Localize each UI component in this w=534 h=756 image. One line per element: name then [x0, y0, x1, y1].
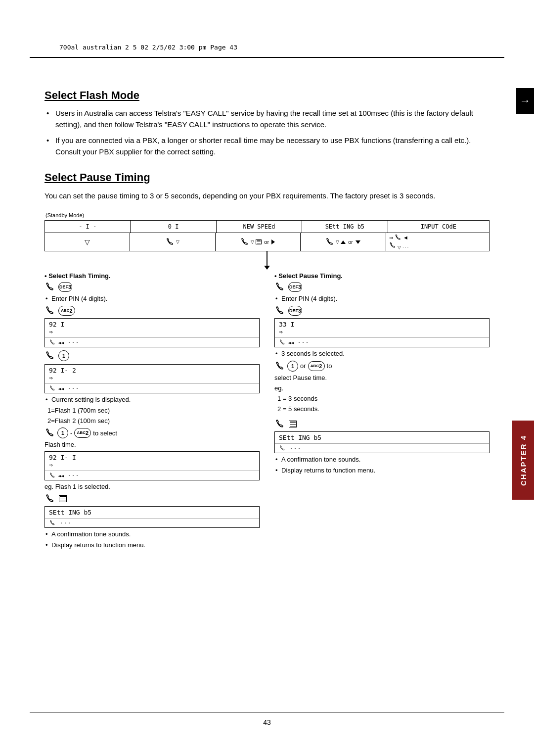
- bottom-divider: [30, 712, 504, 713]
- left-phone-def3: DEF3: [44, 282, 260, 292]
- phone-icon-4: [395, 234, 401, 241]
- abc2-button-left: ABC2: [58, 306, 75, 316]
- flow-row-bottom: ▽ ▽ ▽ or: [45, 233, 489, 251]
- left-display-returns: Display returns to function menu.: [44, 541, 260, 550]
- left-col: • Select Flash Timing. DEF3 Enter PIN (4…: [44, 269, 260, 551]
- display-box-left1: 92 I ⇒ ◄◄ ···: [44, 318, 260, 347]
- display-left3-main: 92 I- I ⇒: [45, 452, 259, 471]
- display-box-left3: 92 I- I ⇒ ◄◄ ···: [44, 451, 260, 480]
- def3-button-right: DEF3: [288, 282, 302, 292]
- abc2-button-right: ABC2: [308, 361, 325, 371]
- chapter-label: CHAPTER 4: [519, 435, 528, 486]
- dots-left-box3: ···: [68, 473, 80, 478]
- btn-1-left: 1: [58, 350, 69, 361]
- fb-2: ▽: [130, 233, 215, 251]
- tri-down-icon-4: ▽: [336, 239, 339, 244]
- phone-icon-1: [166, 237, 175, 246]
- diagram-area: (Standby Mode) - I - 0 I NEW SPEEd SEtt …: [44, 212, 490, 551]
- right-heading: • Select Pause Timing.: [274, 272, 490, 280]
- display-left1-footer: ◄◄ ···: [45, 337, 259, 347]
- def3-button-right2: DEF3: [288, 306, 302, 316]
- phone-icon-left-box1: [49, 339, 56, 346]
- display-left3-footer: ◄◄ ···: [45, 471, 259, 480]
- right-phone-def3: DEF3: [274, 282, 490, 292]
- section2-para: You can set the pause timing to 3 or 5 s…: [44, 190, 490, 201]
- phone-icon-right-box1: [279, 339, 286, 346]
- right-phone-def3-2: DEF3: [274, 305, 490, 316]
- phone-icon-3: [325, 237, 334, 246]
- phone-icon-left1: [44, 282, 55, 292]
- or-text-2: or: [348, 239, 353, 245]
- display-left1-main: 92 I ⇒: [45, 319, 259, 337]
- menu-icon-1: [256, 239, 262, 244]
- display-left2-main: 92 I- 2 ⇒: [45, 365, 259, 383]
- or-text-right: or: [300, 362, 306, 370]
- fc-4-top: SEtt ING b5: [302, 221, 388, 233]
- display-right2-footer: ···: [275, 443, 489, 453]
- left-phone-1: 1: [44, 350, 260, 361]
- display-box-left2: 92 I- 2 ⇒ ◄◄ ···: [44, 364, 260, 393]
- display-left4-main: SEtt ING b5: [45, 507, 259, 518]
- dots-left-box1: ···: [68, 340, 80, 345]
- dots-right-box2: ···: [290, 446, 302, 451]
- flow-diagram-top: - I - 0 I NEW SPEEd SEtt ING b5 INPUT CO…: [44, 220, 490, 251]
- fc-3-top: NEW SPEEd: [217, 221, 302, 233]
- dash-text: -: [70, 429, 72, 437]
- tri-up-icon-1: [341, 240, 346, 244]
- left-phone-menu: [44, 493, 260, 504]
- menu-icon-right: [289, 421, 297, 427]
- phone-icon-left5: [44, 493, 55, 504]
- display-left4-footer: ···: [45, 518, 259, 527]
- page-number: 43: [263, 718, 271, 726]
- fb-5: ⇒ ◄ ▽ ···: [386, 233, 489, 251]
- phone-icon-right-box2: [279, 445, 286, 452]
- right-2-5sec: 2 = 5 seconds.: [274, 405, 490, 414]
- page-container: 700al australian 2 5 02 2/5/02 3:00 pm P…: [0, 0, 534, 756]
- phone-icon-left-box4: [49, 520, 56, 526]
- tri-down-icon-3: ▽: [251, 239, 254, 244]
- right-select-row: 1 or ABC2 to: [274, 361, 490, 372]
- connector-line: [267, 251, 267, 269]
- tri-right-icon-1: [271, 239, 275, 244]
- arrow-right-label: ⇒: [389, 235, 393, 240]
- diagram-columns: • Select Flash Timing. DEF3 Enter PIN (4…: [44, 269, 490, 551]
- dots-right-box1: ···: [298, 340, 310, 345]
- phone-icon-right3: [274, 361, 285, 372]
- right-1-3sec: 1 = 3 seconds: [274, 394, 490, 403]
- display-right2-main: SEtt ING b5: [275, 432, 489, 443]
- to-text-right: to: [327, 362, 332, 370]
- dots-left-box2: ···: [68, 386, 80, 391]
- display-box-right1: 33 I ⇒ ◄◄ ···: [274, 318, 490, 347]
- tri-down-icon-1: ▽: [85, 238, 90, 246]
- header-bar: [30, 57, 504, 58]
- section1-bullet-1: Users in Australia can access Telstra's …: [44, 108, 490, 130]
- left-heading: • Select Flash Timing.: [44, 272, 260, 280]
- right-display-returns: Display returns to function menu.: [274, 466, 490, 475]
- chapter-tab: CHAPTER 4: [512, 421, 534, 500]
- down-connector: [44, 251, 490, 269]
- phone-icon-left-box2: [49, 385, 56, 392]
- fb-3: ▽ or: [216, 233, 301, 251]
- right-3sec-selected: 3 seconds is selected.: [274, 349, 490, 358]
- dots-left-box4: ···: [60, 520, 72, 526]
- select-pause-text: select Pause time.: [274, 374, 490, 382]
- eg-label-right: eg.: [274, 384, 490, 393]
- or-text-1: or: [264, 239, 269, 245]
- phone-icon-left2: [44, 305, 55, 316]
- header-text: 700al australian 2 5 02 2/5/02 3:00 pm P…: [59, 44, 237, 51]
- phone-icon-right4: [274, 419, 285, 429]
- section1-bullets: Users in Australia can access Telstra's …: [44, 108, 490, 157]
- section1-heading: Select Flash Mode: [44, 89, 490, 102]
- to-select-text: to select: [93, 429, 117, 437]
- fb-1: ▽: [45, 233, 130, 251]
- flow-row-top: - I - 0 I NEW SPEEd SEtt ING b5 INPUT CO…: [45, 221, 489, 233]
- left-phone-abc2: ABC2: [44, 305, 260, 316]
- vol-icon-left-box3: ◄◄: [58, 473, 64, 478]
- left-confirm-tone: A confirmation tone sounds.: [44, 530, 260, 539]
- tri-down-label: ▽: [398, 245, 401, 250]
- display-right1-footer: ◄◄ ···: [275, 337, 489, 347]
- display-box-right2: SEtt ING b5 ···: [274, 431, 490, 453]
- display-right1-main: 33 I ⇒: [275, 319, 489, 337]
- flash-time-label: Flash time.: [44, 440, 260, 449]
- right-col: • Select Pause Timing. DEF3 Enter PIN (4…: [274, 269, 490, 551]
